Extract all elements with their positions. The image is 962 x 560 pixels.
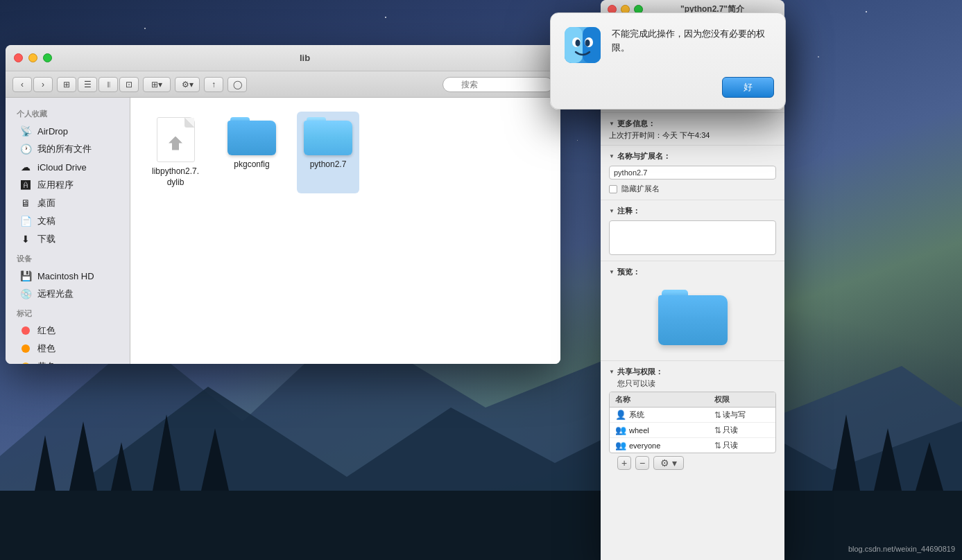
sidebar-item-apps-label: 应用程序 bbox=[37, 179, 74, 191]
finder-content: libpython2.7.dylib pkgconfig python2.7 bbox=[130, 98, 560, 364]
notes-header[interactable]: ▼ 注释： bbox=[609, 204, 776, 218]
search-container: 🔍 bbox=[443, 77, 553, 92]
tag-orange-icon bbox=[19, 342, 32, 355]
name-ext-label: 名称与扩展名： bbox=[617, 151, 671, 161]
sidebar-item-tag-red[interactable]: 红色 bbox=[8, 322, 127, 340]
perm-gear-button[interactable]: ⚙ ▾ bbox=[653, 456, 684, 470]
perm-text-everyone: 只读 bbox=[723, 440, 738, 450]
folder-body bbox=[227, 121, 276, 155]
hide-ext-row: 隐藏扩展名 bbox=[609, 182, 776, 195]
file-item-libpython[interactable]: libpython2.7.dylib bbox=[144, 112, 207, 193]
maximize-button[interactable] bbox=[43, 53, 52, 62]
sidebar-item-tag-yellow[interactable]: 黄色 bbox=[8, 358, 127, 364]
permissions-table: 名称 权限 👤 系统 ⇅ 读与写 👥 wheel bbox=[609, 392, 776, 453]
docs-icon: 📄 bbox=[19, 215, 32, 227]
view-buttons: ⊞ ☰ ⫴ ⊡ bbox=[57, 77, 139, 92]
notes-label: 注释： bbox=[617, 206, 640, 216]
arrange-button[interactable]: ⊞▾ bbox=[143, 77, 171, 92]
tag-button[interactable]: ◯ bbox=[227, 77, 247, 92]
sidebar-item-airdrop[interactable]: 📡 AirDrop bbox=[8, 122, 127, 140]
alert-dialog: 不能完成此操作，因为您没有必要的权限。 好 bbox=[550, 12, 786, 110]
perm-row-wheel: 👥 wheel ⇅ 只读 bbox=[610, 423, 775, 438]
last-opened-row: 上次打开时间：今天 下午4:34 bbox=[609, 130, 776, 141]
folder-icon-pkgconfig bbox=[227, 117, 276, 155]
preview-container bbox=[609, 279, 776, 356]
folder-icon-python27 bbox=[304, 117, 352, 155]
sharing-header[interactable]: ▼ 共享与权限： bbox=[609, 365, 776, 378]
action-button[interactable]: ⚙▾ bbox=[175, 77, 200, 92]
perm-header-name: 名称 bbox=[615, 394, 714, 405]
file-name-python27: python2.7 bbox=[310, 159, 347, 170]
name-ext-triangle: ▼ bbox=[609, 153, 615, 159]
name-input[interactable] bbox=[609, 166, 776, 180]
sidebar-item-apps[interactable]: 🅰 应用程序 bbox=[8, 176, 127, 194]
close-button[interactable] bbox=[14, 53, 23, 62]
folder-body-selected bbox=[304, 121, 352, 155]
sidebar-item-icloud[interactable]: ☁ iCloud Drive bbox=[8, 158, 127, 176]
preview-header[interactable]: ▼ 预览： bbox=[609, 265, 776, 279]
disc-icon: 💿 bbox=[19, 288, 32, 300]
icloud-icon: ☁ bbox=[19, 161, 32, 173]
search-input[interactable] bbox=[443, 77, 553, 92]
window-title: lib bbox=[58, 53, 552, 63]
file-name-libpython: libpython2.7.dylib bbox=[150, 166, 201, 188]
svg-point-16 bbox=[576, 40, 581, 46]
finder-titlebar: lib bbox=[6, 45, 560, 71]
add-perm-button[interactable]: + bbox=[617, 456, 631, 470]
perm-label-wheel: wheel bbox=[629, 426, 649, 435]
sidebar-item-airdrop-label: AirDrop bbox=[37, 126, 68, 137]
hide-ext-label: 隐藏扩展名 bbox=[621, 184, 660, 194]
perm-row-everyone: 👥 everyone ⇅ 只读 bbox=[610, 438, 775, 453]
remove-perm-button[interactable]: − bbox=[635, 456, 649, 470]
back-button[interactable]: ‹ bbox=[12, 77, 32, 92]
sidebar-item-all-files[interactable]: 🕐 我的所有文件 bbox=[8, 140, 127, 158]
sidebar-item-downloads[interactable]: ⬇ 下载 bbox=[8, 230, 127, 248]
file-item-pkgconfig[interactable]: pkgconfig bbox=[221, 112, 283, 193]
tag-yellow-icon bbox=[19, 360, 32, 364]
perm-row-system: 👤 系统 ⇅ 读与写 bbox=[610, 408, 775, 423]
icon-view-button[interactable]: ⊞ bbox=[57, 77, 76, 92]
tag-orange-label: 橙色 bbox=[37, 342, 55, 355]
minimize-button[interactable] bbox=[28, 53, 37, 62]
more-info-header[interactable]: ▼ 更多信息： bbox=[609, 117, 776, 130]
column-view-button[interactable]: ⫴ bbox=[98, 77, 118, 92]
name-ext-header[interactable]: ▼ 名称与扩展名： bbox=[609, 150, 776, 163]
hide-ext-checkbox[interactable] bbox=[609, 185, 617, 193]
notes-triangle: ▼ bbox=[609, 208, 615, 214]
sharing-triangle: ▼ bbox=[609, 369, 615, 375]
name-ext-section: ▼ 名称与扩展名： 隐藏扩展名 bbox=[601, 146, 784, 200]
preview-folder-icon bbox=[658, 290, 728, 345]
alert-message: 不能完成此操作，因为您没有必要的权限。 bbox=[612, 27, 771, 54]
permissions-section: ▼ 共享与权限： 您只可以读 名称 权限 👤 系统 ⇅ 读与写 bbox=[601, 361, 784, 480]
permissions-bottom-bar: + − ⚙ ▾ bbox=[609, 453, 776, 475]
alert-content: 不能完成此操作，因为您没有必要的权限。 bbox=[551, 13, 785, 77]
more-info-label: 更多信息： bbox=[617, 119, 655, 129]
alert-ok-button[interactable]: 好 bbox=[722, 77, 774, 98]
sidebar-item-hd-label: Macintosh HD bbox=[37, 271, 94, 281]
perm-label-everyone: everyone bbox=[629, 441, 660, 450]
sidebar-item-docs-label: 文稿 bbox=[37, 215, 55, 227]
perm-value-wheel: ⇅ 只读 bbox=[714, 425, 770, 435]
apps-icon: 🅰 bbox=[19, 179, 32, 191]
finder-face-svg bbox=[565, 27, 601, 63]
perm-name-everyone: 👥 everyone bbox=[615, 440, 714, 450]
list-view-button[interactable]: ☰ bbox=[78, 77, 97, 92]
sidebar-item-tag-orange[interactable]: 橙色 bbox=[8, 340, 127, 358]
sidebar-item-desktop[interactable]: 🖥 桌面 bbox=[8, 194, 127, 212]
file-item-python27[interactable]: python2.7 bbox=[297, 112, 359, 193]
sidebar-item-docs[interactable]: 📄 文稿 bbox=[8, 212, 127, 230]
cover-view-button[interactable]: ⊡ bbox=[119, 77, 139, 92]
sidebar-item-remote-disc[interactable]: 💿 远程光盘 bbox=[8, 285, 127, 303]
sidebar-item-icloud-label: iCloud Drive bbox=[37, 162, 87, 173]
share-button[interactable]: ↑ bbox=[204, 77, 223, 92]
sidebar-item-desktop-label: 桌面 bbox=[37, 197, 55, 209]
sidebar-item-macintosh-hd[interactable]: 💾 Macintosh HD bbox=[8, 267, 127, 285]
forward-button[interactable]: › bbox=[33, 77, 53, 92]
tag-yellow-label: 黄色 bbox=[37, 360, 55, 364]
permissions-table-header: 名称 权限 bbox=[610, 392, 775, 408]
notes-textarea[interactable] bbox=[609, 220, 776, 255]
file-name-pkgconfig: pkgconfig bbox=[234, 159, 269, 170]
favorites-section-label: 个人收藏 bbox=[6, 103, 130, 122]
finder-toolbar: ‹ › ⊞ ☰ ⫴ ⊡ ⊞▾ ⚙▾ ↑ ◯ 🔍 bbox=[6, 71, 560, 98]
last-opened-value: 上次打开时间：今天 下午4:34 bbox=[609, 130, 710, 141]
